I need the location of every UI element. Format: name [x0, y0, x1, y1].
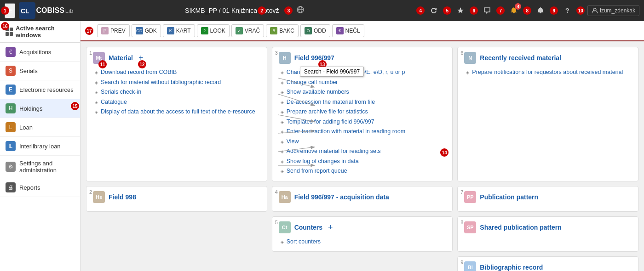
- card-bibliographic-record: 9 Bl Bibliographic record: [457, 256, 638, 271]
- field996997-item-deaccession[interactable]: De-accession the material from file: [281, 97, 446, 107]
- field996997-item-change-status[interactable]: Change status of material, q, e\E, e\D, …: [281, 68, 446, 78]
- field996997-acq-title[interactable]: Field 996/997 - acquisition data: [294, 193, 389, 201]
- field996997-badge: H: [279, 52, 291, 64]
- bakc-icon: B: [270, 27, 277, 34]
- gdk-icon: GD: [136, 27, 143, 34]
- help-button[interactable]: ?: [561, 4, 574, 17]
- badge-3: 3: [284, 6, 293, 15]
- logo-lib: Lib: [65, 7, 73, 14]
- sidebar: 16 Active search windows € Acquisitions …: [0, 21, 80, 271]
- counters-header: Ct Counters +: [279, 221, 446, 233]
- material-title[interactable]: Material: [109, 54, 133, 62]
- field996997-item-show-available[interactable]: Show available numbers: [281, 87, 446, 97]
- badge-10: 10: [576, 6, 585, 15]
- recently-received-badge: N: [464, 52, 476, 64]
- notifications-icon: [537, 7, 544, 14]
- field996997-item-show-log[interactable]: Show log of changes in data: [281, 157, 446, 167]
- recently-received-title[interactable]: Recently received material: [480, 54, 561, 62]
- star-button[interactable]: [454, 4, 467, 17]
- chat-button[interactable]: [481, 4, 494, 17]
- look-button[interactable]: ? LOOK: [197, 24, 230, 37]
- field996997-item-send-report[interactable]: Send from report queue: [281, 166, 446, 176]
- field998-title[interactable]: Field 998: [109, 193, 136, 201]
- material-item-download[interactable]: Download record from COBIB: [95, 68, 260, 78]
- sidebar-active-header: Active search windows: [0, 21, 80, 43]
- counters-add-button[interactable]: +: [326, 223, 335, 231]
- prev-button[interactable]: P PREV: [97, 24, 130, 37]
- field996997-item-view[interactable]: View: [281, 137, 446, 147]
- material-item-search-no-bib[interactable]: Search for material without bibliographi…: [95, 78, 260, 88]
- sidebar-item-reports[interactable]: 🖨 Reports: [0, 178, 80, 197]
- sidebar-item-settings[interactable]: ⚙ Settings and administration: [0, 156, 80, 178]
- acquisitions-icon: €: [6, 47, 16, 57]
- kart-icon: K: [167, 27, 174, 34]
- material-item-display-data[interactable]: Display of data about the access to full…: [95, 107, 260, 117]
- sidebar-item-serials-label: Serials: [19, 68, 38, 74]
- loan-icon: L: [6, 122, 16, 132]
- field996997-item-prepare-archive[interactable]: Prepare archive file for statistics: [281, 107, 446, 117]
- header-actions: 4 5 6 7 4 8 9 ? 10 iz: [416, 4, 639, 17]
- field996997-item-enter-transaction[interactable]: Enter transaction with material in readi…: [281, 127, 446, 137]
- badge-11: 11: [98, 60, 107, 68]
- badge-5: 5: [443, 6, 451, 15]
- field996997-item-templates[interactable]: Templates for adding field 996/997: [281, 117, 446, 127]
- user-button[interactable]: izum_zdenkak: [587, 5, 639, 16]
- sidebar-item-electronic-resources-label: Electronic resources: [19, 86, 74, 93]
- user-name: izum_zdenkak: [600, 7, 635, 14]
- counters-item-sort[interactable]: Sort counters: [281, 237, 446, 247]
- publication-pattern-badge: PP: [464, 191, 476, 203]
- badge-9: 9: [550, 6, 558, 15]
- bibliographic-record-header: Bl Bibliographic record: [464, 261, 632, 271]
- card-num-2: 2: [89, 189, 92, 195]
- sidebar-item-reports-label: Reports: [19, 184, 40, 191]
- vrac-button[interactable]: ✓ VRAČ: [231, 24, 264, 37]
- odd-button[interactable]: O ODD: [300, 24, 330, 37]
- sidebar-item-interlibrary-loan[interactable]: IL Interlibrary loan: [0, 137, 80, 156]
- notifications-button[interactable]: [534, 4, 547, 17]
- look-label: LOOK: [210, 28, 225, 34]
- prev-label: PREV: [110, 28, 126, 34]
- history-icon: [430, 7, 437, 14]
- field996997-items: Change status of material, q, e\E, e\D, …: [279, 68, 446, 176]
- kart-button[interactable]: K KART: [163, 24, 195, 37]
- material-item-catalogue[interactable]: Catalogue: [95, 97, 260, 107]
- sidebar-item-electronic-resources[interactable]: E Electronic resources: [0, 80, 80, 99]
- field998-badge: Hs: [93, 191, 105, 203]
- field996997-item-change-call[interactable]: Change call number: [281, 78, 446, 88]
- card-material: 1 11 12 Mt Material + Download record fr…: [86, 47, 267, 181]
- publication-pattern-title[interactable]: Publication pattern: [480, 193, 538, 201]
- sidebar-item-serials[interactable]: S Serials: [0, 62, 80, 80]
- sidebar-item-acquisitions-label: Acquisitions: [19, 49, 51, 56]
- logo: CL COBISS Lib: [19, 2, 74, 19]
- badge-16: 16: [1, 22, 9, 30]
- field996997-item-add-remove[interactable]: Add/remove material for reading sets: [281, 147, 446, 157]
- bakc-button[interactable]: B BAKC: [266, 24, 299, 37]
- shared-publication-pattern-title[interactable]: Shared publication pattern: [480, 224, 561, 231]
- field996997-title[interactable]: Field 996/997: [294, 54, 334, 62]
- history-button[interactable]: [427, 4, 440, 17]
- badge-7: 7: [496, 6, 505, 15]
- vrac-icon: ✓: [236, 27, 243, 34]
- card-num-5: 5: [275, 220, 278, 225]
- bell-button[interactable]: 4: [507, 4, 520, 17]
- card-counters: 5 Ct Counters + Sort counters: [272, 216, 453, 252]
- material-item-serials-checkin[interactable]: Serials check-in: [95, 87, 260, 97]
- electronic-resources-icon: E: [6, 85, 16, 95]
- badge-12: 12: [138, 60, 146, 68]
- bibliographic-record-title[interactable]: Bibliographic record: [480, 264, 543, 271]
- recently-received-item-notifications[interactable]: Prepare notifications for requestors abo…: [466, 68, 632, 78]
- counters-title[interactable]: Counters: [294, 224, 322, 231]
- bell-badge: 4: [515, 3, 521, 10]
- sidebar-item-holdings[interactable]: H Holdings: [0, 99, 80, 118]
- sidebar-item-loan[interactable]: L Loan: [0, 118, 80, 137]
- network-button[interactable]: [296, 6, 305, 16]
- sidebar-item-settings-label: Settings and administration: [19, 160, 75, 174]
- prev-icon: P: [101, 27, 109, 34]
- card-num-4: 4: [275, 189, 278, 195]
- shared-publication-pattern-header: SP Shared publication pattern: [464, 221, 632, 233]
- sidebar-item-acquisitions[interactable]: € Acquisitions: [0, 43, 80, 62]
- gdk-button[interactable]: GD GDK: [132, 24, 161, 37]
- recently-received-items: Prepare notifications for requestors abo…: [464, 68, 632, 78]
- necl-button[interactable]: € NEČL: [332, 24, 364, 37]
- field996997-acq-header: Ha Field 996/997 - acquisition data: [279, 191, 446, 203]
